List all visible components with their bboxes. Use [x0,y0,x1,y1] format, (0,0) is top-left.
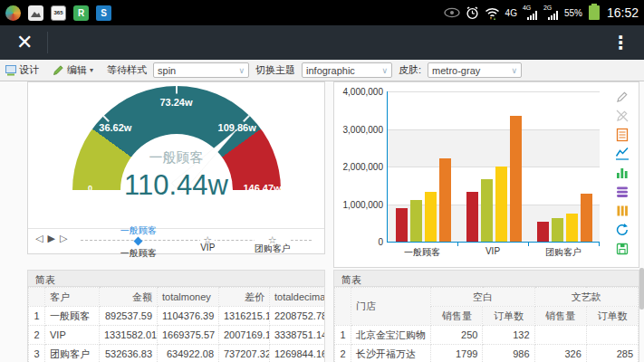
table-header: 客户金额totalmoney差价totaldecimal [29,288,325,307]
notification-icons: 365 R S [5,5,111,21]
table-row[interactable]: 2VIP1331582.011669375.572007169.13333875… [29,326,325,345]
timeline-item-1[interactable]: 一般顾客一般顾客 [120,235,157,260]
column-header: 金额 [100,288,158,307]
bar-totalmoney[interactable] [410,200,422,242]
table-cell: VIP [45,326,100,345]
timeline-prev-button[interactable]: ◁ [35,233,43,244]
edit-button[interactable]: 编辑 ▾ [53,63,93,77]
summary-table-card-right: 简表 门店空白文艺款销售量订单数销售量订单数1北京金宝汇购物2501322长沙开… [333,270,639,362]
table-cell: 1 [29,307,45,326]
theme-select[interactable]: infographic ∨ [302,62,392,78]
pencil-icon [53,64,64,76]
bar-totalmoney[interactable] [552,218,563,242]
battery-percent-label: 55% [564,8,582,18]
table-row[interactable]: 1北京金宝汇购物250132 [335,326,639,345]
vertical-scrollbar-thumb[interactable] [639,268,644,310]
table-cell: 326 [534,345,586,362]
y-axis-tick-label: 2,000,000 [334,162,383,172]
bar-差价[interactable] [495,167,507,242]
gauge-axis-label: 146.47w [243,183,281,194]
timeline-active-label: 一般顾客 [120,224,157,237]
design-icon [5,65,16,76]
timeline-next-button[interactable]: ▷ [60,233,67,244]
table-cell: 634922.08 [158,345,219,362]
design-label: 设计 [19,63,39,77]
table-row[interactable]: 1一般顾客892537.591104376.391316215.19220875… [29,307,325,326]
unmark-icon[interactable] [615,109,630,123]
close-button[interactable]: ✕ [16,33,33,52]
bar-totaldecimal[interactable] [581,194,592,242]
stack-icon[interactable] [615,185,630,199]
bar-金额[interactable] [396,208,408,242]
bar-totalmoney[interactable] [481,179,493,242]
timeline-play-button[interactable]: ▶ [47,233,54,244]
grid-line [388,91,600,92]
save-icon[interactable] [615,242,630,256]
group-column-header: 空白 [431,288,534,307]
report-content: 一般顾客 110.44w 036.62w73.24w109.86w146.47w… [0,81,644,362]
x-axis-tick [457,243,458,246]
table-cell: 长沙开福万达 [351,345,431,362]
timeline-item-label: 团购客户 [255,243,291,255]
skin-select[interactable]: metro-gray ∨ [428,62,522,78]
data-view-icon[interactable] [615,128,630,142]
bar-差价[interactable] [425,192,437,242]
table-body: 1一般顾客892537.591104376.391316215.19220875… [29,307,325,362]
clock-label: 16:52 [607,5,639,20]
swirl-app-icon [5,5,21,21]
timeline-item-label: VIP [200,243,215,252]
divider [47,32,48,53]
store-sales-table: 门店空白文艺款销售量订单数销售量订单数1北京金宝汇购物2501322长沙开福万达… [334,287,639,362]
tiled-icon[interactable] [615,204,630,218]
refresh-icon[interactable] [615,223,630,237]
calendar-365-icon: 365 [51,5,66,21]
table-body: 1北京金宝汇购物2501322长沙开福万达17999863262853长沙乐和城… [335,326,639,362]
table-cell: 1269844.16 [270,345,325,362]
bar-金额[interactable] [466,192,478,242]
x-axis-category-label: 团购客户 [545,246,582,259]
bar-totaldecimal[interactable] [510,116,522,242]
bar-金额[interactable] [537,222,549,242]
gauge-title: 一般顾客 [72,149,281,167]
android-status-bar: 365 R S 4G 4G 2G 5 [0,0,644,25]
wait-style-select[interactable]: spin ∨ [153,62,249,78]
summary-table-card-left: 简表 客户金额totalmoney差价totaldecimal1一般顾客8925… [27,270,325,362]
timeline-item-3[interactable]: ☆团购客户 [255,235,291,255]
smart-stay-eye-icon [444,7,460,18]
skin-value: metro-gray [432,65,480,76]
chevron-down-icon: ∨ [511,66,517,75]
gauge-chart-panel: 一般顾客 110.44w 036.62w73.24w109.86w146.47w… [27,81,325,254]
theme-label: 切换主题 [255,63,295,77]
gauge-axis-label: 0 [88,184,92,193]
bar-chart-icon[interactable] [615,166,630,180]
table-cell: 285 [586,345,638,362]
mark-icon[interactable] [615,90,630,104]
column-header: totaldecimal [270,288,325,307]
chevron-down-icon: ∨ [238,66,245,75]
table-cell: 892537.59 [100,307,158,326]
y-axis-tick-label: 3,000,000 [334,125,383,135]
s-app-icon: S [96,5,111,21]
table-row[interactable]: 2长沙开福万达1799986326285 [335,345,639,362]
table-cell: 1669375.57 [158,326,219,345]
table-title: 简表 [334,271,639,287]
table-cell: 986 [483,345,534,362]
bar-差价[interactable] [566,214,578,242]
table-cell: 2 [29,326,45,345]
chart-toolbox [615,90,630,256]
bar-group [529,194,600,242]
timeline-item-2[interactable]: ☆VIP [200,235,215,252]
table-cell: 3 [29,345,45,362]
bar-group [388,158,458,242]
sub-column-header: 销售量 [534,307,586,326]
bar-chart: 01,000,0002,000,0003,000,0004,000,000一般顾… [334,82,639,267]
table-cell: 1104376.39 [158,307,219,326]
overflow-menu-button[interactable]: ⋮ [611,33,630,52]
bar-totaldecimal[interactable] [439,158,451,242]
table-cell: 1331582.01 [100,326,158,345]
gauge-axis-label: 73.24w [159,97,192,108]
plot-area [387,91,600,243]
table-row[interactable]: 3团购客户532636.83634922.08737207.321269844.… [29,345,325,362]
design-button[interactable]: 设计 [5,63,39,77]
line-chart-icon[interactable] [615,147,630,161]
